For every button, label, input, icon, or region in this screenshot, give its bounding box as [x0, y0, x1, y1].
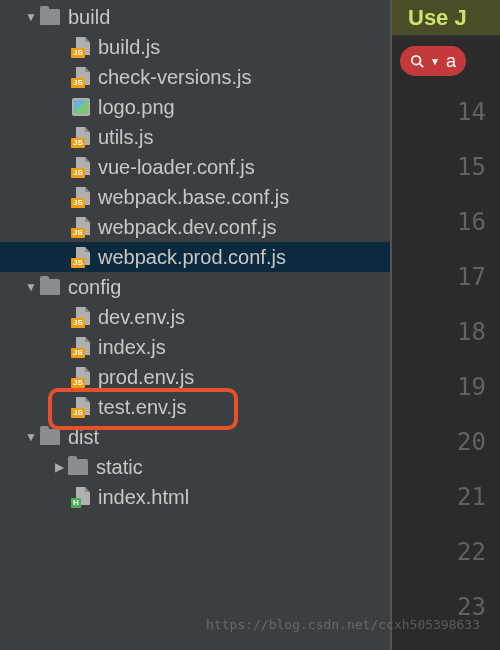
svg-point-0 [412, 56, 421, 65]
file-logo-png[interactable]: logo.png [0, 92, 390, 122]
file-label: test.env.js [98, 396, 187, 419]
folder-label: config [68, 276, 121, 299]
js-file-icon: JS [72, 127, 90, 147]
file-webpack-prod-conf-js[interactable]: JS webpack.prod.conf.js [0, 242, 390, 272]
file-label: utils.js [98, 126, 154, 149]
file-label: index.html [98, 486, 189, 509]
file-webpack-dev-conf-js[interactable]: JS webpack.dev.conf.js [0, 212, 390, 242]
folder-static[interactable]: ▶ static [0, 452, 390, 482]
file-label: index.js [98, 336, 166, 359]
js-file-icon: JS [72, 157, 90, 177]
editor-hint-bar[interactable]: Use J [392, 0, 500, 36]
line-number: 20 [392, 414, 486, 469]
file-label: check-versions.js [98, 66, 251, 89]
folder-label: static [96, 456, 143, 479]
folder-label: build [68, 6, 110, 29]
file-index-html[interactable]: H index.html [0, 482, 390, 512]
search-text: a [446, 51, 456, 72]
line-number: 22 [392, 524, 486, 579]
folder-dist[interactable]: ▼ dist [0, 422, 390, 452]
file-label: vue-loader.conf.js [98, 156, 255, 179]
file-label: webpack.dev.conf.js [98, 216, 277, 239]
image-file-icon [72, 98, 90, 116]
search-chevron-icon: ▼ [430, 56, 440, 67]
line-number: 18 [392, 304, 486, 359]
file-label: webpack.base.conf.js [98, 186, 289, 209]
folder-icon [40, 429, 60, 445]
js-file-icon: JS [72, 67, 90, 87]
editor-panel: Use J ▼ a 14151617181920212223 [390, 0, 500, 650]
js-file-icon: JS [72, 337, 90, 357]
file-dev-env-js[interactable]: JS dev.env.js [0, 302, 390, 332]
line-number: 21 [392, 469, 486, 524]
js-file-icon: JS [72, 367, 90, 387]
js-file-icon: JS [72, 307, 90, 327]
folder-icon [68, 459, 88, 475]
file-utils-js[interactable]: JS utils.js [0, 122, 390, 152]
file-label: dev.env.js [98, 306, 185, 329]
line-number: 19 [392, 359, 486, 414]
line-number: 16 [392, 194, 486, 249]
line-number: 23 [392, 579, 486, 634]
js-file-icon: JS [72, 247, 90, 267]
file-test-env-js[interactable]: JS test.env.js [0, 392, 390, 422]
js-file-icon: JS [72, 217, 90, 237]
hint-text: Use J [408, 5, 467, 31]
file-tree-panel[interactable]: ▼ build JS build.js JS check-versions.js… [0, 0, 390, 650]
file-label: build.js [98, 36, 160, 59]
file-webpack-base-conf-js[interactable]: JS webpack.base.conf.js [0, 182, 390, 212]
file-build-js[interactable]: JS build.js [0, 32, 390, 62]
file-label: prod.env.js [98, 366, 194, 389]
js-file-icon: JS [72, 397, 90, 417]
line-number: 17 [392, 249, 486, 304]
expand-arrow-icon[interactable]: ▼ [24, 10, 38, 24]
search-icon [410, 54, 424, 68]
svg-line-1 [420, 64, 424, 68]
js-file-icon: JS [72, 37, 90, 57]
expand-arrow-icon[interactable]: ▼ [24, 280, 38, 294]
folder-icon [40, 279, 60, 295]
search-pill[interactable]: ▼ a [400, 46, 466, 76]
js-file-icon: JS [72, 187, 90, 207]
file-prod-env-js[interactable]: JS prod.env.js [0, 362, 390, 392]
folder-build[interactable]: ▼ build [0, 2, 390, 32]
line-number-gutter: 14151617181920212223 [392, 84, 500, 634]
file-check-versions-js[interactable]: JS check-versions.js [0, 62, 390, 92]
file-vue-loader-conf-js[interactable]: JS vue-loader.conf.js [0, 152, 390, 182]
expand-arrow-icon[interactable]: ▼ [24, 430, 38, 444]
folder-icon [40, 9, 60, 25]
folder-config[interactable]: ▼ config [0, 272, 390, 302]
folder-label: dist [68, 426, 99, 449]
file-label: logo.png [98, 96, 175, 119]
line-number: 15 [392, 139, 486, 194]
file-index-js[interactable]: JS index.js [0, 332, 390, 362]
collapsed-arrow-icon[interactable]: ▶ [52, 460, 66, 474]
html-file-icon: H [72, 487, 90, 507]
line-number: 14 [392, 84, 486, 139]
file-label: webpack.prod.conf.js [98, 246, 286, 269]
